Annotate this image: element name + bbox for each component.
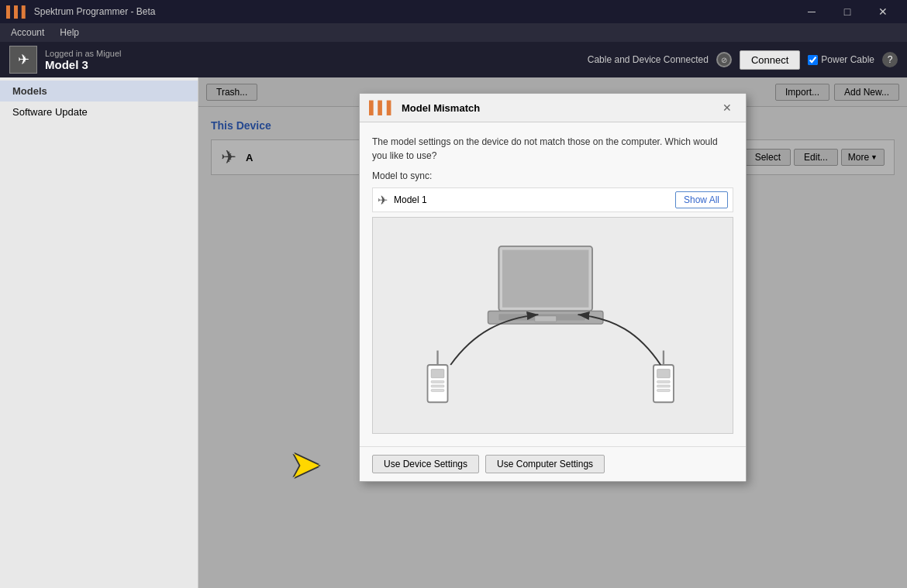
svg-rect-10 <box>431 390 444 392</box>
header-right: Cable and Device Connected ⊘ Connect Pow… <box>588 50 898 70</box>
svg-rect-15 <box>657 385 671 387</box>
menubar: Account Help <box>0 23 907 42</box>
diagram-svg <box>373 218 733 433</box>
modal-header: ▌▌▌ Model Mismatch ✕ <box>360 94 746 122</box>
sidebar: Models Software Update <box>0 77 198 588</box>
sidebar-item-software-update[interactable]: Software Update <box>0 101 198 122</box>
content-area: Trash... Import... Add New... This Devic… <box>198 77 907 588</box>
svg-rect-1 <box>502 250 588 308</box>
svg-rect-16 <box>657 390 671 392</box>
laptop-graphic <box>488 246 602 324</box>
power-cable-checkbox[interactable] <box>808 55 818 65</box>
model-name-header: Model 3 <box>45 58 121 71</box>
svg-rect-14 <box>657 380 671 383</box>
modal-title-icon: ▌▌▌ <box>369 101 395 115</box>
app-title: Spektrum Programmer - Beta <box>34 6 794 17</box>
app-header: ✈ Logged in as Miguel Model 3 Cable and … <box>0 42 907 77</box>
sidebar-item-models[interactable]: Models <box>0 81 198 101</box>
help-button[interactable]: ? <box>882 52 898 67</box>
close-button[interactable]: ✕ <box>865 0 901 23</box>
yellow-arrow: ➤ <box>290 442 321 486</box>
connect-button[interactable]: Connect <box>740 50 800 70</box>
svg-rect-9 <box>431 385 444 387</box>
window-controls: ─ □ ✕ <box>794 0 901 23</box>
svg-rect-8 <box>431 380 444 383</box>
modal-model-name: Model 1 <box>394 194 669 205</box>
minimize-button[interactable]: ─ <box>794 0 829 23</box>
use-device-settings-button[interactable]: Use Device Settings <box>372 455 479 473</box>
menu-account[interactable]: Account <box>3 26 52 40</box>
modal-message: The model settings on the device do not … <box>372 135 733 163</box>
modal-title: Model Mismatch <box>402 102 712 114</box>
app-logo: ✈ <box>9 46 37 74</box>
power-cable-label[interactable]: Power Cable <box>808 54 874 65</box>
maximize-button[interactable]: □ <box>829 0 865 23</box>
logo-icon: ✈ <box>18 51 29 68</box>
user-label: Logged in as Miguel <box>45 49 121 58</box>
app-icon: ▌▌▌ <box>6 5 29 18</box>
svg-rect-4 <box>535 316 557 322</box>
modal-body: The model settings on the device do not … <box>360 122 746 446</box>
use-computer-settings-button[interactable]: Use Computer Settings <box>485 455 605 473</box>
connection-status: Cable and Device Connected <box>588 54 709 65</box>
status-indicator: ⊘ <box>716 52 732 67</box>
modal-model-icon: ✈ <box>378 193 388 208</box>
modal-sync-label: Model to sync: <box>372 170 733 181</box>
modal-close-button[interactable]: ✕ <box>718 100 736 115</box>
modal-overlay: ▌▌▌ Model Mismatch ✕ The model settings … <box>198 77 907 588</box>
svg-rect-7 <box>431 370 444 378</box>
diagram-area <box>372 217 733 434</box>
show-all-button[interactable]: Show All <box>675 191 728 208</box>
device-left <box>428 350 448 402</box>
modal-model-row: ✈ Model 1 Show All <box>372 187 733 212</box>
titlebar: ▌▌▌ Spektrum Programmer - Beta ─ □ ✕ <box>0 0 907 23</box>
main-layout: Models Software Update Trash... Import..… <box>0 77 907 588</box>
modal-dialog: ▌▌▌ Model Mismatch ✕ The model settings … <box>359 93 747 482</box>
svg-rect-13 <box>657 370 671 378</box>
modal-footer: ➤ Use Device Settings Use Computer Setti… <box>360 446 746 481</box>
menu-help[interactable]: Help <box>52 26 87 40</box>
